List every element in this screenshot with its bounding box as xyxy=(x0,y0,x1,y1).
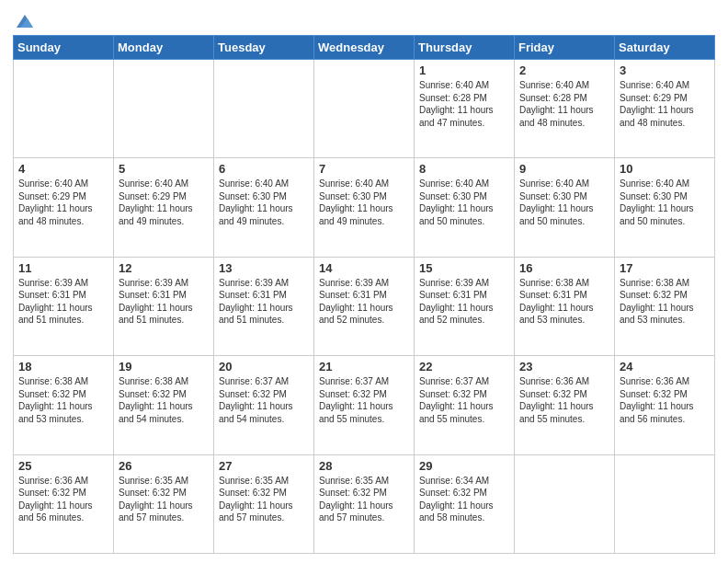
day-number: 17 xyxy=(620,261,710,275)
day-number: 2 xyxy=(519,63,609,77)
calendar-day-cell: 12Sunrise: 6:39 AM Sunset: 6:31 PM Dayli… xyxy=(114,257,214,355)
calendar-day-cell xyxy=(114,60,214,158)
day-info: Sunrise: 6:38 AM Sunset: 6:32 PM Dayligh… xyxy=(119,375,209,425)
calendar-table: SundayMondayTuesdayWednesdayThursdayFrid… xyxy=(13,35,715,554)
calendar-day-header: Sunday xyxy=(14,36,114,60)
day-number: 7 xyxy=(319,162,409,176)
calendar-day-cell xyxy=(214,60,314,158)
day-number: 22 xyxy=(419,360,509,373)
calendar-week-row: 1Sunrise: 6:40 AM Sunset: 6:28 PM Daylig… xyxy=(14,60,715,158)
calendar-day-cell xyxy=(615,454,715,553)
day-info: Sunrise: 6:40 AM Sunset: 6:29 PM Dayligh… xyxy=(119,178,209,227)
day-number: 12 xyxy=(119,261,209,275)
page: SundayMondayTuesdayWednesdayThursdayFrid… xyxy=(0,0,728,563)
day-info: Sunrise: 6:36 AM Sunset: 6:32 PM Dayligh… xyxy=(519,375,609,425)
day-number: 4 xyxy=(18,162,108,176)
day-number: 5 xyxy=(119,162,209,176)
day-info: Sunrise: 6:38 AM Sunset: 6:31 PM Dayligh… xyxy=(519,277,609,327)
day-info: Sunrise: 6:40 AM Sunset: 6:29 PM Dayligh… xyxy=(18,178,108,227)
day-number: 13 xyxy=(219,261,309,275)
day-info: Sunrise: 6:37 AM Sunset: 6:32 PM Dayligh… xyxy=(219,375,309,425)
calendar-day-cell xyxy=(515,454,615,553)
day-number: 24 xyxy=(620,360,710,373)
day-info: Sunrise: 6:40 AM Sunset: 6:28 PM Dayligh… xyxy=(519,79,609,129)
day-number: 19 xyxy=(119,360,209,373)
calendar-day-cell xyxy=(314,60,415,158)
calendar-header-row: SundayMondayTuesdayWednesdayThursdayFrid… xyxy=(14,36,715,60)
calendar-day-cell: 20Sunrise: 6:37 AM Sunset: 6:32 PM Dayli… xyxy=(214,356,314,454)
day-info: Sunrise: 6:40 AM Sunset: 6:28 PM Dayligh… xyxy=(419,79,509,129)
day-number: 21 xyxy=(319,360,409,373)
day-number: 3 xyxy=(620,63,710,77)
header xyxy=(13,11,715,28)
calendar-day-cell: 19Sunrise: 6:38 AM Sunset: 6:32 PM Dayli… xyxy=(114,356,214,454)
day-number: 14 xyxy=(319,261,409,275)
calendar-day-cell xyxy=(14,60,114,158)
calendar-week-row: 25Sunrise: 6:36 AM Sunset: 6:32 PM Dayli… xyxy=(14,454,715,553)
day-info: Sunrise: 6:40 AM Sunset: 6:30 PM Dayligh… xyxy=(419,178,509,227)
day-info: Sunrise: 6:40 AM Sunset: 6:30 PM Dayligh… xyxy=(319,178,409,227)
day-info: Sunrise: 6:39 AM Sunset: 6:31 PM Dayligh… xyxy=(119,277,209,327)
day-info: Sunrise: 6:39 AM Sunset: 6:31 PM Dayligh… xyxy=(18,277,108,327)
day-info: Sunrise: 6:40 AM Sunset: 6:30 PM Dayligh… xyxy=(219,178,309,227)
calendar-day-cell: 18Sunrise: 6:38 AM Sunset: 6:32 PM Dayli… xyxy=(14,356,114,454)
day-number: 11 xyxy=(18,261,108,275)
calendar-week-row: 11Sunrise: 6:39 AM Sunset: 6:31 PM Dayli… xyxy=(14,257,715,355)
day-number: 15 xyxy=(419,261,509,275)
calendar-day-cell: 17Sunrise: 6:38 AM Sunset: 6:32 PM Dayli… xyxy=(615,257,715,355)
day-info: Sunrise: 6:38 AM Sunset: 6:32 PM Dayligh… xyxy=(18,375,108,425)
calendar-day-cell: 21Sunrise: 6:37 AM Sunset: 6:32 PM Dayli… xyxy=(314,356,415,454)
day-info: Sunrise: 6:39 AM Sunset: 6:31 PM Dayligh… xyxy=(319,277,409,327)
day-info: Sunrise: 6:36 AM Sunset: 6:32 PM Dayligh… xyxy=(18,475,108,524)
day-number: 16 xyxy=(519,261,609,275)
calendar-day-cell: 1Sunrise: 6:40 AM Sunset: 6:28 PM Daylig… xyxy=(415,60,515,158)
day-number: 20 xyxy=(219,360,309,373)
day-number: 18 xyxy=(18,360,108,373)
day-info: Sunrise: 6:35 AM Sunset: 6:32 PM Dayligh… xyxy=(119,475,209,524)
calendar-day-cell: 5Sunrise: 6:40 AM Sunset: 6:29 PM Daylig… xyxy=(114,158,214,257)
day-info: Sunrise: 6:39 AM Sunset: 6:31 PM Dayligh… xyxy=(219,277,309,327)
calendar-day-cell: 25Sunrise: 6:36 AM Sunset: 6:32 PM Dayli… xyxy=(14,454,114,553)
calendar-day-cell: 10Sunrise: 6:40 AM Sunset: 6:30 PM Dayli… xyxy=(615,158,715,257)
calendar-day-cell: 14Sunrise: 6:39 AM Sunset: 6:31 PM Dayli… xyxy=(314,257,415,355)
calendar-day-cell: 3Sunrise: 6:40 AM Sunset: 6:29 PM Daylig… xyxy=(615,60,715,158)
calendar-day-header: Friday xyxy=(515,36,615,60)
calendar-day-cell: 15Sunrise: 6:39 AM Sunset: 6:31 PM Dayli… xyxy=(415,257,515,355)
calendar-week-row: 4Sunrise: 6:40 AM Sunset: 6:29 PM Daylig… xyxy=(14,158,715,257)
day-number: 25 xyxy=(18,459,108,473)
calendar-day-cell: 26Sunrise: 6:35 AM Sunset: 6:32 PM Dayli… xyxy=(114,454,214,553)
calendar-day-header: Saturday xyxy=(615,36,715,60)
calendar-day-cell: 9Sunrise: 6:40 AM Sunset: 6:30 PM Daylig… xyxy=(515,158,615,257)
day-number: 10 xyxy=(620,162,710,176)
day-number: 1 xyxy=(419,63,509,77)
calendar-day-cell: 6Sunrise: 6:40 AM Sunset: 6:30 PM Daylig… xyxy=(214,158,314,257)
calendar-day-header: Tuesday xyxy=(214,36,314,60)
calendar-day-cell: 29Sunrise: 6:34 AM Sunset: 6:32 PM Dayli… xyxy=(415,454,515,553)
day-info: Sunrise: 6:36 AM Sunset: 6:32 PM Dayligh… xyxy=(620,375,710,425)
day-number: 29 xyxy=(419,459,509,473)
day-info: Sunrise: 6:40 AM Sunset: 6:29 PM Dayligh… xyxy=(620,79,710,129)
day-info: Sunrise: 6:40 AM Sunset: 6:30 PM Dayligh… xyxy=(620,178,710,227)
calendar-day-cell: 22Sunrise: 6:37 AM Sunset: 6:32 PM Dayli… xyxy=(415,356,515,454)
calendar-day-cell: 11Sunrise: 6:39 AM Sunset: 6:31 PM Dayli… xyxy=(14,257,114,355)
calendar-day-header: Monday xyxy=(114,36,214,60)
calendar-day-header: Thursday xyxy=(415,36,515,60)
day-number: 6 xyxy=(219,162,309,176)
calendar-day-cell: 13Sunrise: 6:39 AM Sunset: 6:31 PM Dayli… xyxy=(214,257,314,355)
calendar-day-cell: 28Sunrise: 6:35 AM Sunset: 6:32 PM Dayli… xyxy=(314,454,415,553)
day-info: Sunrise: 6:35 AM Sunset: 6:32 PM Dayligh… xyxy=(319,475,409,524)
calendar-day-cell: 2Sunrise: 6:40 AM Sunset: 6:28 PM Daylig… xyxy=(515,60,615,158)
day-info: Sunrise: 6:34 AM Sunset: 6:32 PM Dayligh… xyxy=(419,475,509,524)
calendar-day-cell: 8Sunrise: 6:40 AM Sunset: 6:30 PM Daylig… xyxy=(415,158,515,257)
day-info: Sunrise: 6:38 AM Sunset: 6:32 PM Dayligh… xyxy=(620,277,710,327)
calendar-day-cell: 16Sunrise: 6:38 AM Sunset: 6:31 PM Dayli… xyxy=(515,257,615,355)
logo-icon xyxy=(15,11,35,31)
calendar-day-cell: 7Sunrise: 6:40 AM Sunset: 6:30 PM Daylig… xyxy=(314,158,415,257)
day-number: 28 xyxy=(319,459,409,473)
day-info: Sunrise: 6:40 AM Sunset: 6:30 PM Dayligh… xyxy=(519,178,609,227)
day-number: 9 xyxy=(519,162,609,176)
calendar-day-cell: 4Sunrise: 6:40 AM Sunset: 6:29 PM Daylig… xyxy=(14,158,114,257)
day-info: Sunrise: 6:37 AM Sunset: 6:32 PM Dayligh… xyxy=(319,375,409,425)
day-number: 8 xyxy=(419,162,509,176)
calendar-week-row: 18Sunrise: 6:38 AM Sunset: 6:32 PM Dayli… xyxy=(14,356,715,454)
